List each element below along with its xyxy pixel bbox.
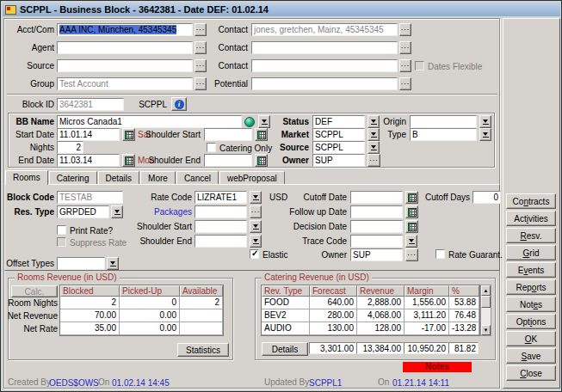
cutoff-date-field[interactable] bbox=[350, 191, 403, 204]
potential-browse-button[interactable] bbox=[399, 77, 411, 90]
scroll-up-button[interactable] bbox=[481, 285, 491, 296]
end-date-label: End Date bbox=[3, 155, 54, 166]
tab-details[interactable]: Details bbox=[98, 171, 140, 184]
end-date-field[interactable]: 11.03.14 bbox=[57, 154, 120, 167]
translate-globe-icon[interactable] bbox=[244, 117, 255, 127]
res-type-label: Res. Type bbox=[3, 206, 54, 217]
contact2-field[interactable] bbox=[251, 41, 398, 54]
side-button-options[interactable]: Options bbox=[506, 314, 556, 329]
follow-up-date-calendar-button[interactable] bbox=[405, 205, 418, 218]
mnemonic-underline: O bbox=[525, 334, 532, 344]
tab-cancel[interactable]: Cancel bbox=[176, 171, 219, 184]
net-rate-row-label: Net Rate bbox=[4, 323, 58, 334]
rate-guarant-checkbox[interactable] bbox=[435, 249, 445, 259]
rt-owner-browse-button[interactable] bbox=[405, 248, 418, 261]
res-type-field[interactable]: GRPDED bbox=[57, 205, 109, 218]
scroll-thumb[interactable] bbox=[481, 296, 491, 308]
contact1-browse-button[interactable] bbox=[399, 23, 411, 36]
contact1-field: jones, gretchen, Mainz, 45345345 bbox=[251, 23, 398, 36]
agent-field[interactable] bbox=[57, 41, 193, 54]
info-button[interactable] bbox=[171, 97, 187, 111]
packages-browse-button[interactable] bbox=[250, 205, 262, 218]
title-bar[interactable]: SCPPL - Business Block - 3642381 - Date … bbox=[3, 3, 560, 16]
origin-lov-button[interactable] bbox=[479, 115, 491, 128]
start-date-field[interactable]: 11.01.14 bbox=[57, 128, 120, 141]
cutoff-days-field[interactable]: 0 bbox=[472, 191, 501, 204]
tab-more[interactable]: More bbox=[140, 171, 176, 184]
rt-shoulder-end-field[interactable] bbox=[195, 235, 247, 248]
room-nights-row-label: Room Nights bbox=[4, 297, 58, 309]
market-field[interactable]: SCPPL bbox=[312, 128, 365, 141]
res-type-lov-button[interactable] bbox=[111, 205, 123, 218]
start-date-label: Start Date bbox=[3, 129, 54, 140]
elastic-checkbox[interactable] bbox=[250, 249, 259, 259]
rt-shoulder-end-lov-button[interactable] bbox=[250, 235, 262, 248]
bb-name-field[interactable]: Micros Canada1 bbox=[57, 115, 242, 128]
statistics-button[interactable]: Statistics bbox=[177, 343, 229, 357]
tab-rooms[interactable]: Rooms bbox=[5, 170, 48, 185]
lov-arrow-icon bbox=[409, 238, 415, 244]
rate-code-field[interactable]: LIZRATE1 bbox=[195, 191, 247, 204]
owner-browse-button[interactable] bbox=[367, 154, 380, 167]
shoulder-start-field[interactable] bbox=[204, 128, 252, 141]
created-by-value: OEDS$OWS bbox=[49, 377, 97, 389]
tab-catering[interactable]: Catering bbox=[49, 171, 97, 184]
source-field[interactable] bbox=[57, 59, 193, 72]
rate-code-lov-button[interactable] bbox=[250, 191, 262, 204]
type-field[interactable]: B bbox=[410, 128, 477, 141]
follow-up-date-label: Follow up Date bbox=[285, 206, 347, 217]
contact2-browse-button[interactable] bbox=[399, 41, 411, 54]
shoulder-end-field[interactable] bbox=[204, 154, 252, 167]
side-button-ok[interactable]: OK bbox=[506, 331, 556, 346]
nights-field[interactable]: 2 bbox=[57, 141, 83, 154]
side-button-contracts[interactable]: Contracts bbox=[506, 193, 556, 209]
offset-types-lov-button[interactable] bbox=[107, 257, 119, 270]
follow-up-date-field[interactable] bbox=[350, 205, 403, 218]
scroll-track[interactable] bbox=[481, 308, 491, 325]
decision-date-field[interactable] bbox=[350, 220, 403, 233]
bb-source-label: Source bbox=[259, 142, 309, 153]
origin-field[interactable] bbox=[410, 115, 477, 128]
side-button-save[interactable]: Save bbox=[506, 348, 556, 364]
side-button-resv[interactable]: Resv. bbox=[506, 228, 556, 243]
potential-field[interactable] bbox=[251, 77, 398, 90]
status-field[interactable]: DEF bbox=[312, 115, 365, 128]
side-button-activities[interactable]: Activities bbox=[506, 211, 556, 226]
side-button-notes[interactable]: Notes bbox=[506, 297, 556, 312]
side-button-grid[interactable]: Grid bbox=[506, 245, 556, 260]
side-button-reports[interactable]: Reports bbox=[506, 279, 556, 295]
bb-source-field[interactable]: SCPPL bbox=[312, 141, 365, 154]
tab-webproposal[interactable]: webProposal bbox=[219, 171, 285, 184]
trace-code-lov-button[interactable] bbox=[405, 235, 417, 248]
packages-field[interactable] bbox=[195, 205, 247, 218]
calendar-icon bbox=[408, 223, 417, 231]
catering-only-checkbox[interactable] bbox=[207, 143, 216, 152]
side-button-close[interactable]: Close bbox=[506, 365, 556, 381]
trace-code-field[interactable] bbox=[350, 235, 403, 248]
lov-arrow-icon bbox=[253, 194, 259, 200]
contact2-label: Contact bbox=[203, 42, 248, 53]
owner-field[interactable]: SUP bbox=[312, 154, 365, 167]
rt-shoulder-start-lov-button[interactable] bbox=[250, 220, 262, 233]
contact3-field[interactable] bbox=[251, 59, 398, 72]
rt-shoulder-start-field[interactable] bbox=[195, 220, 247, 233]
catering-table-scrollbar[interactable] bbox=[480, 285, 491, 336]
offset-types-field[interactable] bbox=[57, 257, 105, 270]
side-button-panel: ContractsActivitiesResv.GridEventsReport… bbox=[506, 193, 556, 381]
table-cell: 4,068.00 bbox=[357, 309, 405, 322]
decision-date-calendar-button[interactable] bbox=[405, 220, 418, 233]
mnemonic-underline: n bbox=[523, 197, 528, 206]
calc-button[interactable]: Calc. bbox=[11, 285, 58, 297]
side-button-events[interactable]: Events bbox=[506, 262, 556, 278]
packages-link[interactable]: Packages bbox=[143, 206, 192, 217]
type-lov-button[interactable] bbox=[479, 128, 491, 141]
details-button[interactable]: Details bbox=[262, 342, 308, 356]
contact3-browse-button[interactable] bbox=[399, 59, 411, 72]
scroll-down-button[interactable] bbox=[481, 325, 491, 335]
bb-source-lov-button[interactable] bbox=[367, 141, 380, 154]
acct-com-field[interactable]: AAA INC, München, 45345345 bbox=[57, 23, 193, 36]
table-cell bbox=[180, 322, 223, 335]
rt-owner-field[interactable]: SUP bbox=[350, 248, 403, 261]
owner-label: Owner bbox=[259, 155, 309, 166]
print-rate-checkbox[interactable] bbox=[57, 225, 66, 235]
